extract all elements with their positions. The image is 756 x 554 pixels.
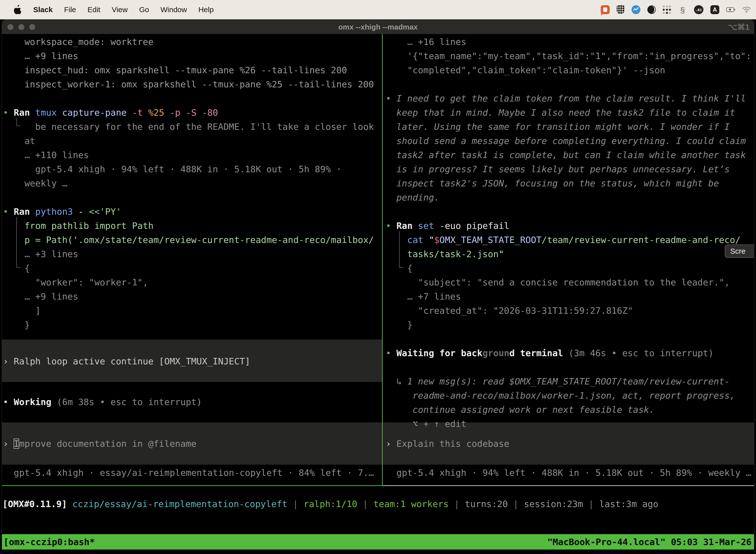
left-tmux-command-block: • Ran tmux capture-pane -t %25 -p -S -80… (3, 106, 374, 190)
terminal-line: is in progress? It seems likely but perh… (386, 162, 746, 176)
tmux-session-label: [omx-cczip0:bash* (3, 537, 95, 547)
menu-bar: Slack FileEditViewGoWindowHelp § ..61 A (0, 0, 756, 19)
shield-grid-icon[interactable] (617, 5, 625, 14)
terminal-line: • Waiting for background terminal (3m 46… (386, 346, 713, 360)
terminal-line: '{"team_name":"my-team","task_id":"1","f… (386, 49, 751, 63)
window-title: omx --xhigh --madmax (2, 23, 754, 31)
terminal-line: • Working (6m 38s • esc to interrupt) (3, 395, 202, 409)
terminal-window: omx --xhigh --madmax ⌥⌘1 workspace_mode:… (2, 20, 754, 554)
terminal-line: "created_at": "2026-03-31T11:59:27.816Z" (386, 303, 741, 318)
battery-icon[interactable] (726, 5, 735, 14)
right-session-status: gpt-5.4 xhigh · 94% left · 488K in · 5.1… (386, 466, 751, 480)
terminal-line: … +9 lines (3, 49, 374, 63)
menu-app-name[interactable]: Slack (33, 5, 53, 14)
tmux-pane-divider[interactable] (382, 34, 383, 486)
menu-item-edit[interactable]: Edit (87, 5, 101, 14)
terminal-line: task2 after task1 is complete, but can I… (386, 148, 746, 162)
terminal-line: pending. (386, 190, 746, 205)
terminal-line: gpt-5.4 xhigh · essay/ai-reimplementatio… (3, 466, 374, 480)
mailbox-hint-block: ↳ 1 new msg(s): read $OMX_TEAM_STATE_ROO… (386, 374, 735, 431)
terminal-line: later. Using the same for transition mig… (386, 120, 746, 134)
terminal-line: gpt-5.4 xhigh · 94% left · 488K in · 5.1… (386, 466, 751, 480)
terminal-line: } (3, 318, 374, 332)
right-output-block: … +16 lines '{"team_name":"my-team","tas… (386, 35, 751, 77)
terminal-line: gpt-5.4 xhigh · 94% left · 488K in · 5.1… (3, 162, 374, 176)
terminal-line: "completed","claim_token":"claim-token"}… (386, 63, 751, 77)
stats-bolt-icon[interactable] (631, 5, 640, 14)
terminal-line: › Improve documentation in @filename (3, 437, 196, 451)
terminal-line: "subject": "send a concise recommendatio… (386, 275, 741, 289)
menu-item-go[interactable]: Go (139, 5, 149, 14)
left-pane-bottom-border (2, 485, 382, 486)
terminal-line: … +110 lines (3, 148, 374, 162)
terminal-line: { (3, 261, 374, 275)
right-prompt-input[interactable]: › Explain this codebase (386, 437, 509, 451)
terminal-line: be necessary for the end of the README. … (3, 120, 374, 134)
left-python-command-block: • Ran python3 - <<'PY' from pathlib impo… (3, 205, 374, 332)
terminal-line: keep that in mind. Maybe I also need the… (386, 106, 746, 120)
block-cursor: I (14, 439, 19, 449)
apple-menu-icon[interactable] (13, 5, 22, 15)
left-session-status: gpt-5.4 xhigh · essay/ai-reimplementatio… (3, 466, 374, 480)
count-badge-icon[interactable]: ..61 (694, 5, 703, 14)
tmux-host-clock-label: "MacBook-Pro-44.local" 05:03 31-Mar-26 (547, 537, 752, 547)
terminal-line: weekly … (3, 176, 374, 190)
letter-a-icon[interactable]: A (710, 5, 719, 14)
menu-item-view[interactable]: View (112, 5, 127, 14)
menu-items: FileEditViewGoWindowHelp (64, 5, 213, 14)
chat-app-icon[interactable] (601, 5, 610, 14)
terminal-line: inspect_hud: omx sparkshell --tmux-pane … (3, 63, 374, 77)
chat-app-icon-inner (603, 7, 607, 12)
window-title-bar[interactable]: omx --xhigh --madmax ⌥⌘1 (2, 20, 754, 34)
wifi-icon[interactable] (742, 5, 751, 14)
terminal-line: › Ralph loop active continue [OMX_TMUX_I… (3, 354, 250, 368)
contrast-moon-icon[interactable] (647, 5, 656, 14)
terminal-line: [OMX#0.11.9] cczip/essay/ai-reimplementa… (2, 497, 658, 511)
menu-bar-left: Slack FileEditViewGoWindowHelp (0, 5, 213, 15)
terminal-line: readme-and-reco/mailbox/worker-1.json, a… (386, 388, 735, 403)
terminal-line: continue assigned work or next feasible … (386, 403, 735, 417)
terminal-line: inspect_worker-1: omx sparkshell --tmux-… (3, 77, 374, 91)
window-shortcut: ⌥⌘1 (728, 22, 750, 32)
terminal-line: • Ran tmux capture-pane -t %25 -p -S -80 (3, 106, 374, 120)
terminal-line: … +3 lines (3, 247, 374, 261)
left-config-block: workspace_mode: worktree … +9 lines insp… (3, 35, 374, 91)
terminal-line: } (386, 318, 741, 332)
screenshot-tooltip: Scre (725, 244, 754, 258)
terminal-line: workspace_mode: worktree (3, 35, 374, 49)
terminal-line: { (386, 261, 741, 275)
waiting-status-line: • Waiting for background terminal (3m 46… (386, 346, 713, 360)
terminal-line: … +16 lines (386, 35, 751, 49)
terminal-line: ⌥ + ↑ edit (386, 417, 735, 431)
menu-item-window[interactable]: Window (161, 5, 187, 14)
left-prompt-input[interactable]: › Improve documentation in @filename (3, 437, 196, 451)
terminal-line: "worker": "worker-1", (3, 275, 374, 289)
right-thinking-block: • I need to get the claim token from the… (386, 91, 746, 205)
omx-status-line: [OMX#0.11.9] cczip/essay/ai-reimplementa… (2, 497, 658, 511)
menu-item-help[interactable]: Help (198, 5, 214, 14)
terminal-content: workspace_mode: worktree … +9 lines insp… (2, 34, 754, 554)
menu-item-file[interactable]: File (64, 5, 76, 14)
terminal-line: p = Path('.omx/state/team/review-current… (3, 233, 374, 247)
terminal-line: • Ran python3 - <<'PY' (3, 205, 374, 219)
terminal-line: at (3, 134, 374, 148)
terminal-line: • I need to get the claim token from the… (386, 91, 746, 106)
terminal-line: from pathlib import Path (3, 219, 374, 233)
dots-grid-icon[interactable] (663, 5, 671, 14)
terminal-line: inspect task2's JSON, focusing on the st… (386, 176, 746, 190)
tmux-status-bar[interactable]: [omx-cczip0:bash* "MacBook-Pro-44.local"… (2, 534, 754, 550)
terminal-line: • Ran set -euo pipefail (386, 219, 741, 233)
terminal-line: cat "$OMX_TEAM_STATE_ROOT/team/review-cu… (386, 233, 741, 247)
terminal-line: should send a message before completing … (386, 134, 746, 148)
right-pane-bottom-border (383, 485, 754, 486)
terminal-line: … +7 lines (386, 289, 741, 303)
terminal-line: ↳ 1 new msg(s): read $OMX_TEAM_STATE_ROO… (386, 374, 735, 388)
terminal-line: ] (3, 303, 374, 318)
terminal-line: … +9 lines (3, 289, 374, 303)
hook-squiggle-icon[interactable]: § (678, 5, 687, 14)
menu-bar-status-area: § ..61 A (601, 5, 756, 14)
right-cat-command-block: • Ran set -euo pipefail cat "$OMX_TEAM_S… (386, 219, 741, 332)
ralph-loop-message: › Ralph loop active continue [OMX_TMUX_I… (3, 354, 250, 368)
terminal-line: › Explain this codebase (386, 437, 509, 451)
terminal-line: tasks/task-2.json" (386, 247, 741, 261)
